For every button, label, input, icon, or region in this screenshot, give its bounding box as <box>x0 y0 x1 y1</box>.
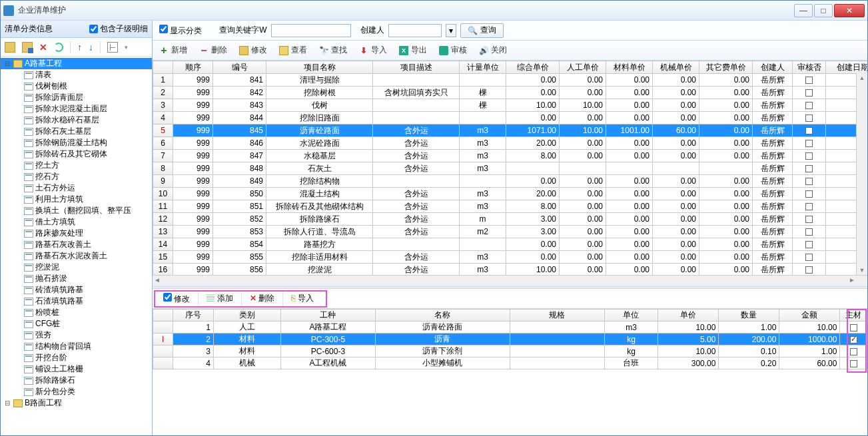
col-header[interactable]: 其它费单价 <box>699 61 753 74</box>
tree-item[interactable]: 新分包分类 <box>1 386 152 397</box>
tree-item[interactable]: 伐树刨根 <box>1 81 152 92</box>
tree-item[interactable]: 清表 <box>1 69 152 81</box>
tree-item[interactable]: 挖淤泥 <box>1 262 152 273</box>
col-header[interactable]: 金额 <box>779 310 840 322</box>
audit-checkbox[interactable] <box>805 178 813 185</box>
tree-item[interactable]: 开挖台阶 <box>1 352 152 363</box>
sub-import-button[interactable]: ⎘ 导入 <box>284 291 320 306</box>
col-header[interactable]: 规格 <box>510 310 604 322</box>
audit-checkbox[interactable] <box>805 254 813 261</box>
move-down-icon[interactable]: ↓ <box>89 43 93 52</box>
table-row[interactable]: 3材料PC-600-3沥青下涂剂kg10.000.101.00 <box>153 345 867 357</box>
audit-checkbox[interactable] <box>805 241 813 248</box>
col-header[interactable]: 项目名称 <box>266 61 373 74</box>
close-button[interactable]: ✕ <box>834 4 865 17</box>
col-header[interactable]: 创建人 <box>753 61 793 74</box>
tree-mode-icon[interactable] <box>107 42 118 53</box>
view-button[interactable]: 查看 <box>279 45 307 56</box>
tree-item[interactable]: 石渣填筑路基 <box>1 296 152 307</box>
main-material-checkbox[interactable] <box>850 336 857 343</box>
col-header[interactable]: 机械单价 <box>653 61 699 74</box>
audit-checkbox[interactable] <box>805 89 813 97</box>
col-header[interactable]: 序号 <box>173 310 214 322</box>
col-header[interactable]: 综合单价 <box>506 61 560 74</box>
tree-item[interactable]: 路基石灰改善土 <box>1 239 152 250</box>
tree-item[interactable]: 抛石挤淤 <box>1 273 152 284</box>
tree-item[interactable]: 拆除钢筋混凝土结构 <box>1 137 152 148</box>
tree-item[interactable]: 土石方外运 <box>1 182 152 194</box>
category-tree[interactable]: ⊟ A路基工程 清表伐树刨根拆除沥青面层拆除水泥混凝土面层拆除水稳碎石基层拆除石… <box>1 57 152 435</box>
col-header[interactable]: 类别 <box>214 310 281 322</box>
main-grid[interactable]: 顺序编号项目名称项目描述计量单位综合单价人工单价材料单价机械单价其它费单价创建人… <box>153 61 867 275</box>
tree-root-b[interactable]: ⊟ B路面工程 <box>1 397 152 409</box>
table-row[interactable]: I2材料PC-300-5沥青kg5.00200.001000.00 <box>153 333 867 345</box>
tree-item[interactable]: 结构物台背回填 <box>1 341 152 352</box>
table-row[interactable]: 13999853拆除人行道、导流岛含外运m23.000.000.000.000.… <box>153 226 868 238</box>
table-row[interactable]: 16999856挖淤泥含外运m310.000.000.000.000.00岳所辉 <box>153 264 868 276</box>
table-row[interactable]: 15999855挖除非适用材料含外运m30.000.000.000.000.00… <box>153 251 868 264</box>
col-header[interactable]: 顺序 <box>173 61 213 74</box>
col-header[interactable]: 编号 <box>213 61 266 74</box>
audit-checkbox[interactable] <box>805 127 813 134</box>
minimize-button[interactable]: — <box>794 4 813 17</box>
include-children-checkbox[interactable]: 包含子级明细 <box>89 23 148 35</box>
main-hscrollbar[interactable] <box>153 275 867 286</box>
move-up-icon[interactable]: ↑ <box>77 43 82 52</box>
tree-item[interactable]: 拆除水泥混凝土面层 <box>1 103 152 114</box>
export-button[interactable]: X导出 <box>399 45 427 56</box>
dropdown-icon[interactable]: ▾ <box>446 24 456 37</box>
delete-button[interactable]: −删除 <box>199 45 227 56</box>
table-row[interactable]: 11999851拆除砖石及其他砌体结构含外运m38.000.000.000.00… <box>153 200 868 213</box>
col-header[interactable]: 人工单价 <box>560 61 606 74</box>
audit-checkbox[interactable] <box>805 152 813 160</box>
col-header[interactable]: 工种 <box>281 310 376 322</box>
col-header[interactable]: 创建日期 <box>826 61 868 74</box>
keyword-input[interactable] <box>271 24 351 37</box>
tree-item[interactable]: 拆除砖石及其它砌体 <box>1 148 152 160</box>
table-row[interactable]: 14999854路基挖方0.000.000.000.000.00岳所辉 <box>153 238 868 251</box>
edit-folder-icon[interactable] <box>22 42 33 53</box>
find-button[interactable]: 🔭查找 <box>319 45 347 56</box>
main-material-checkbox[interactable] <box>850 360 857 367</box>
audit-checkbox[interactable] <box>805 203 813 210</box>
table-row[interactable]: 9999849挖除结构物0.000.000.000.000.00岳所辉 <box>153 175 868 188</box>
main-material-checkbox[interactable] <box>850 348 857 355</box>
table-row[interactable]: 1人工A路基工程沥青砼路面m310.001.0010.00 <box>153 322 867 333</box>
col-header[interactable]: 材料单价 <box>606 61 653 74</box>
refresh-icon[interactable] <box>54 43 63 52</box>
audit-button[interactable]: 审核 <box>439 45 467 56</box>
col-header[interactable]: 项目描述 <box>373 61 460 74</box>
audit-checkbox[interactable] <box>805 266 813 274</box>
col-header[interactable]: 审核否 <box>793 61 826 74</box>
table-row[interactable]: 6999846水泥砼路面含外运m320.000.000.000.000.00岳所… <box>153 137 868 150</box>
tree-item[interactable]: 铺设土工格栅 <box>1 363 152 375</box>
table-row[interactable]: 4999844挖除旧路面0.000.000.000.000.00岳所辉 <box>153 112 868 124</box>
audit-checkbox[interactable] <box>805 190 813 198</box>
audit-checkbox[interactable] <box>805 228 813 236</box>
audit-checkbox[interactable] <box>805 140 813 147</box>
delete-icon[interactable]: ✕ <box>39 43 47 52</box>
creator-input[interactable] <box>388 24 442 37</box>
col-header[interactable]: 名称 <box>375 310 510 322</box>
new-folder-icon[interactable] <box>5 42 15 53</box>
table-row[interactable]: 3999843伐树棵10.0010.000.000.000.00岳所辉 <box>153 99 868 112</box>
tree-item[interactable]: 拆除沥青面层 <box>1 92 152 103</box>
close-button-tb[interactable]: 🔊关闭 <box>479 45 507 56</box>
audit-checkbox[interactable] <box>805 165 813 172</box>
import-button[interactable]: ⬇导入 <box>359 45 387 56</box>
table-row[interactable]: 12999852拆除路缘石含外运m3.000.000.000.000.00岳所辉 <box>153 213 868 226</box>
col-header[interactable]: 计量单位 <box>460 61 506 74</box>
table-row[interactable]: 2999842挖除树根含树坑回填夯实只棵0.000.000.000.000.00… <box>153 87 868 99</box>
tree-item[interactable]: 拆除路缘石 <box>1 375 152 386</box>
audit-checkbox[interactable] <box>805 77 813 84</box>
show-category-checkbox[interactable]: 显示分类 <box>159 25 202 37</box>
col-header[interactable]: 单价 <box>658 310 719 322</box>
tree-item[interactable]: 砖渣填筑路基 <box>1 284 152 296</box>
tree-item[interactable]: 借土方填筑 <box>1 216 152 228</box>
maximize-button[interactable]: □ <box>814 4 833 17</box>
col-header[interactable]: 主材 <box>840 310 867 322</box>
main-material-checkbox[interactable] <box>850 324 857 331</box>
table-row[interactable]: 1999841清理与掘除0.000.000.000.000.00岳所辉 <box>153 74 868 87</box>
sub-delete-button[interactable]: ✕ 删除 <box>243 291 281 306</box>
table-row[interactable]: 10999850混凝土结构含外运m320.000.000.000.000.00岳… <box>153 188 868 200</box>
